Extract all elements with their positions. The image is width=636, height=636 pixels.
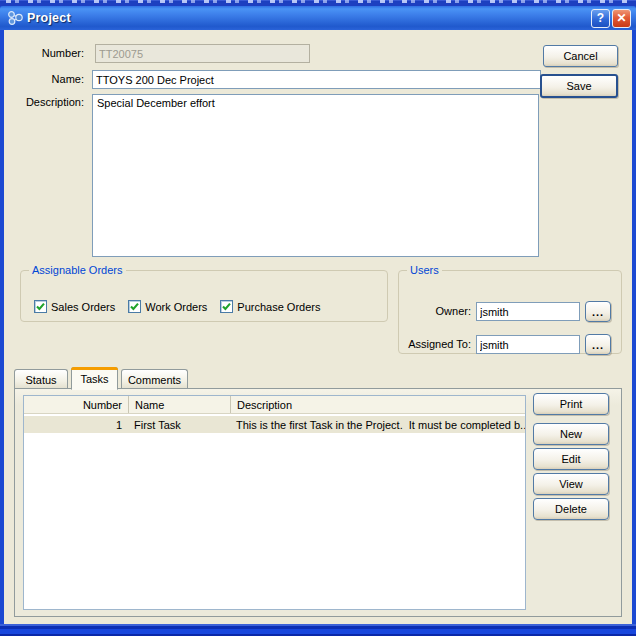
titlebar[interactable]: Project ? ✕ bbox=[0, 6, 636, 30]
assigned-to-label: Assigned To: bbox=[399, 338, 471, 350]
owner-browse-button[interactable]: ... bbox=[585, 301, 611, 322]
view-button[interactable]: View bbox=[533, 473, 609, 495]
cancel-button[interactable]: Cancel bbox=[543, 45, 618, 67]
edit-button[interactable]: Edit bbox=[533, 448, 609, 470]
checkbox-label: Purchase Orders bbox=[237, 301, 320, 313]
checkbox-checked-icon bbox=[220, 300, 233, 313]
description-label: Description: bbox=[4, 96, 88, 108]
assignable-orders-group: Assignable Orders Sales Orders Work Orde… bbox=[20, 264, 388, 322]
tab-comments[interactable]: Comments bbox=[121, 369, 188, 389]
dialog-client-area: Number: Name: Description: Special Decem… bbox=[4, 30, 632, 624]
task-name-cell: First Task bbox=[128, 419, 230, 431]
assignable-orders-legend: Assignable Orders bbox=[29, 264, 126, 276]
checkbox-checked-icon bbox=[128, 300, 141, 313]
name-field[interactable] bbox=[92, 70, 541, 89]
users-group: Users Owner: ... Assigned To: ... bbox=[398, 264, 622, 354]
task-description-cell: This is the first Task in the Project. I… bbox=[230, 419, 525, 431]
new-button[interactable]: New bbox=[533, 423, 609, 445]
owner-label: Owner: bbox=[399, 305, 471, 317]
assigned-to-field[interactable] bbox=[476, 335, 580, 354]
save-button[interactable]: Save bbox=[540, 74, 618, 98]
tab-bar: Status Tasks Comments bbox=[14, 368, 188, 389]
delete-button[interactable]: Delete bbox=[533, 498, 609, 520]
column-header-number[interactable]: Number bbox=[24, 396, 128, 413]
tab-status[interactable]: Status bbox=[14, 369, 68, 389]
project-window: Project ? ✕ Number: Name: Description: S… bbox=[0, 0, 636, 636]
checkbox-purchase-orders[interactable]: Purchase Orders bbox=[220, 300, 320, 313]
table-header: Number Name Description bbox=[24, 396, 525, 414]
close-button[interactable]: ✕ bbox=[612, 9, 631, 28]
description-field[interactable]: Special December effort bbox=[92, 94, 539, 257]
tab-tasks[interactable]: Tasks bbox=[71, 367, 118, 390]
number-label: Number: bbox=[4, 47, 88, 59]
checkbox-sales-orders[interactable]: Sales Orders bbox=[34, 300, 115, 313]
column-header-description[interactable]: Description bbox=[230, 396, 525, 413]
checkbox-checked-icon bbox=[34, 300, 47, 313]
checkbox-label: Sales Orders bbox=[51, 301, 115, 313]
help-button[interactable]: ? bbox=[591, 9, 610, 28]
assigned-to-browse-button[interactable]: ... bbox=[585, 334, 611, 355]
number-field bbox=[95, 44, 310, 63]
name-label: Name: bbox=[4, 73, 88, 85]
project-window-icon[interactable] bbox=[7, 10, 24, 26]
window-title: Project bbox=[27, 11, 589, 25]
tasks-table: Number Name Description 1 First Task Thi… bbox=[23, 395, 526, 610]
checkbox-label: Work Orders bbox=[145, 301, 207, 313]
task-number-cell: 1 bbox=[24, 419, 128, 431]
print-button[interactable]: Print bbox=[533, 393, 609, 415]
assignable-orders-checkboxes: Sales Orders Work Orders Purchase Orders bbox=[34, 300, 321, 313]
owner-field[interactable] bbox=[476, 302, 580, 321]
window-bottom-border bbox=[0, 624, 636, 636]
checkbox-work-orders[interactable]: Work Orders bbox=[128, 300, 207, 313]
users-legend: Users bbox=[407, 264, 442, 276]
tasks-panel: Number Name Description 1 First Task Thi… bbox=[14, 388, 622, 617]
table-row[interactable]: 1 First Task This is the first Task in t… bbox=[24, 416, 525, 433]
column-header-name[interactable]: Name bbox=[128, 396, 230, 413]
